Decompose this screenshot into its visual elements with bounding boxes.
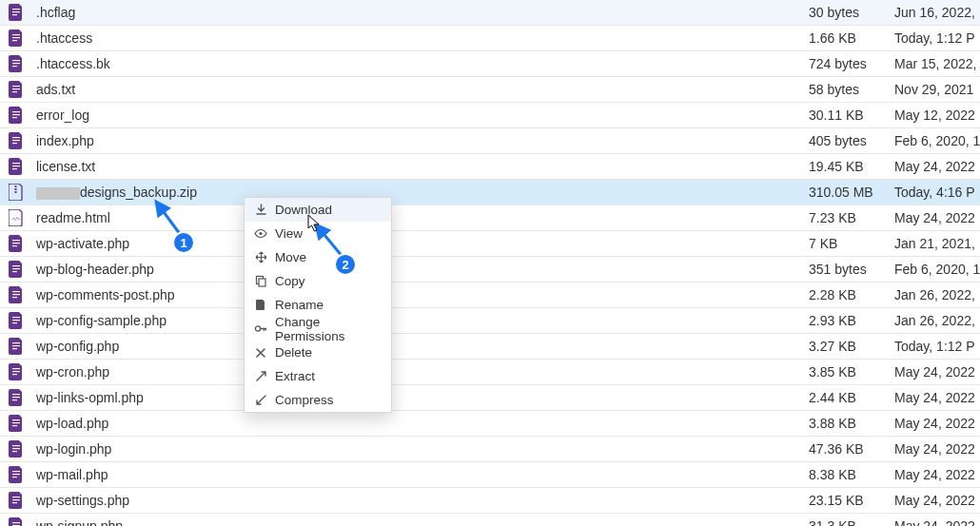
svg-rect-54 <box>12 477 17 477</box>
svg-rect-45 <box>12 399 17 400</box>
file-name-label: index.php <box>36 133 94 148</box>
file-size: 58 bytes <box>809 82 894 97</box>
file-name[interactable]: wp-signup.php <box>32 518 809 526</box>
file-type-icon <box>0 492 32 509</box>
svg-rect-41 <box>12 371 20 372</box>
file-row[interactable]: wp-config-sample.php2.93 KBJan 26, 2022, <box>0 308 980 334</box>
file-row[interactable]: wp-cron.php3.85 KBMay 24, 2022 <box>0 360 980 385</box>
file-row[interactable]: wp-links-opml.php2.44 KBMay 24, 2022 <box>0 385 980 411</box>
file-row[interactable]: wp-comments-post.php2.28 KBJan 26, 2022, <box>0 282 980 308</box>
svg-rect-38 <box>12 345 20 346</box>
file-name[interactable]: designs_backup.zip <box>32 185 809 200</box>
file-row[interactable]: wp-blog-header.php351 bytesFeb 6, 2020, … <box>0 257 980 282</box>
file-name[interactable]: wp-config.php <box>32 339 809 354</box>
file-date: May 24, 2022 <box>894 467 980 482</box>
file-name[interactable]: license.txt <box>32 159 809 174</box>
context-menu-item-delete[interactable]: Delete <box>245 341 391 364</box>
file-type-icon <box>0 517 32 526</box>
context-menu-item-rename[interactable]: Rename <box>245 293 391 317</box>
compress-icon <box>254 394 267 406</box>
context-menu-item-change-permissions[interactable]: Change Permissions <box>245 317 391 341</box>
svg-rect-48 <box>12 425 17 426</box>
svg-rect-44 <box>12 397 20 398</box>
file-date: Today, 4:16 P <box>894 185 980 200</box>
context-menu-label: Copy <box>275 274 305 288</box>
file-row[interactable]: wp-signup.php31.3 KBMay 24, 2022 <box>0 514 980 526</box>
svg-point-61 <box>259 232 262 235</box>
file-date: May 24, 2022 <box>894 364 980 380</box>
file-size: 7.23 KB <box>809 210 894 225</box>
file-name[interactable]: wp-login.php <box>32 441 809 457</box>
file-row[interactable]: designs_backup.zip310.05 MBToday, 4:16 P <box>0 180 980 205</box>
callout-badge-1: 1 <box>172 231 195 254</box>
svg-rect-53 <box>12 474 20 475</box>
file-row[interactable]: wp-config.php3.27 KBToday, 1:12 P <box>0 334 980 360</box>
context-menu-item-download[interactable]: Download <box>245 198 391 222</box>
svg-rect-26 <box>12 243 20 244</box>
file-name[interactable]: error_log <box>32 107 809 123</box>
file-row[interactable]: error_log30.11 KBMay 12, 2022 <box>0 103 980 128</box>
svg-rect-22 <box>15 188 17 190</box>
file-row[interactable]: .hcflag30 bytesJun 16, 2022, <box>0 0 980 26</box>
file-row[interactable]: .htaccess.bk724 bytesMar 15, 2022, <box>0 51 980 77</box>
file-date: Jun 16, 2022, <box>894 5 980 20</box>
file-name[interactable]: index.php <box>32 133 809 148</box>
file-name[interactable]: wp-comments-post.php <box>32 287 809 302</box>
file-date: May 24, 2022 <box>894 390 980 405</box>
file-row[interactable]: wp-activate.php7 KBJan 21, 2021, <box>0 231 980 257</box>
file-size: 19.45 KB <box>809 159 894 174</box>
file-size: 8.38 KB <box>809 467 894 482</box>
file-name[interactable]: .htaccess.bk <box>32 56 809 71</box>
file-name-label: wp-settings.php <box>36 493 129 508</box>
file-date: Today, 1:12 P <box>894 30 980 46</box>
svg-rect-57 <box>12 502 17 503</box>
file-row[interactable]: license.txt19.45 KBMay 24, 2022 <box>0 154 980 180</box>
file-size: 3.85 KB <box>809 364 894 380</box>
file-name[interactable]: readme.html <box>32 210 809 225</box>
file-name-label: wp-mail.php <box>36 467 108 482</box>
file-row[interactable]: wp-login.php47.36 KBMay 24, 2022 <box>0 437 980 462</box>
file-size: 31.3 KB <box>809 518 894 526</box>
callout-number: 1 <box>180 236 186 250</box>
file-row[interactable]: wp-settings.php23.15 KBMay 24, 2022 <box>0 488 980 514</box>
file-name[interactable]: wp-mail.php <box>32 467 809 482</box>
file-name[interactable]: wp-activate.php <box>32 236 809 251</box>
svg-rect-16 <box>12 140 20 141</box>
file-name[interactable]: .hcflag <box>32 5 809 20</box>
context-menu-item-copy[interactable]: Copy <box>245 269 391 293</box>
file-row[interactable]: .htaccess1.66 KBToday, 1:12 P <box>0 26 980 51</box>
file-name[interactable]: ads.txt <box>32 82 809 97</box>
file-row[interactable]: ads.txt58 bytesNov 29, 2021 <box>0 77 980 103</box>
file-name[interactable]: wp-cron.php <box>32 364 809 380</box>
file-size: 30 bytes <box>809 5 894 20</box>
file-name[interactable]: wp-links-opml.php <box>32 390 809 405</box>
file-name[interactable]: .htaccess <box>32 30 809 46</box>
file-type-icon <box>0 81 32 98</box>
rename-icon <box>254 299 267 311</box>
file-name[interactable]: wp-blog-header.php <box>32 262 809 277</box>
file-row[interactable]: </>readme.html7.23 KBMay 24, 2022 <box>0 205 980 231</box>
file-date: Feb 6, 2020, 1 <box>894 262 980 277</box>
context-menu-label: Rename <box>275 298 323 312</box>
file-type-icon <box>0 363 32 380</box>
file-row[interactable]: index.php405 bytesFeb 6, 2020, 1 <box>0 128 980 154</box>
context-menu-item-extract[interactable]: Extract <box>245 364 391 388</box>
svg-rect-58 <box>12 522 20 523</box>
context-menu-item-compress[interactable]: Compress <box>245 388 391 412</box>
file-type-icon <box>0 286 32 303</box>
context-menu: DownloadViewMoveCopyRenameChange Permiss… <box>244 197 392 413</box>
file-type-icon <box>0 338 32 355</box>
file-name[interactable]: wp-settings.php <box>32 493 809 508</box>
file-row[interactable]: wp-mail.php8.38 KBMay 24, 2022 <box>0 462 980 488</box>
context-menu-label: Move <box>275 250 306 264</box>
context-menu-item-move[interactable]: Move <box>245 245 391 269</box>
file-name[interactable]: wp-load.php <box>32 416 809 431</box>
context-menu-item-view[interactable]: View <box>245 222 391 245</box>
svg-rect-10 <box>12 88 20 89</box>
svg-rect-27 <box>12 245 17 246</box>
file-row[interactable]: wp-load.php3.88 KBMay 24, 2022 <box>0 411 980 437</box>
file-size: 351 bytes <box>809 262 894 277</box>
svg-rect-43 <box>12 394 20 395</box>
extract-icon <box>254 370 267 382</box>
file-name[interactable]: wp-config-sample.php <box>32 313 809 328</box>
